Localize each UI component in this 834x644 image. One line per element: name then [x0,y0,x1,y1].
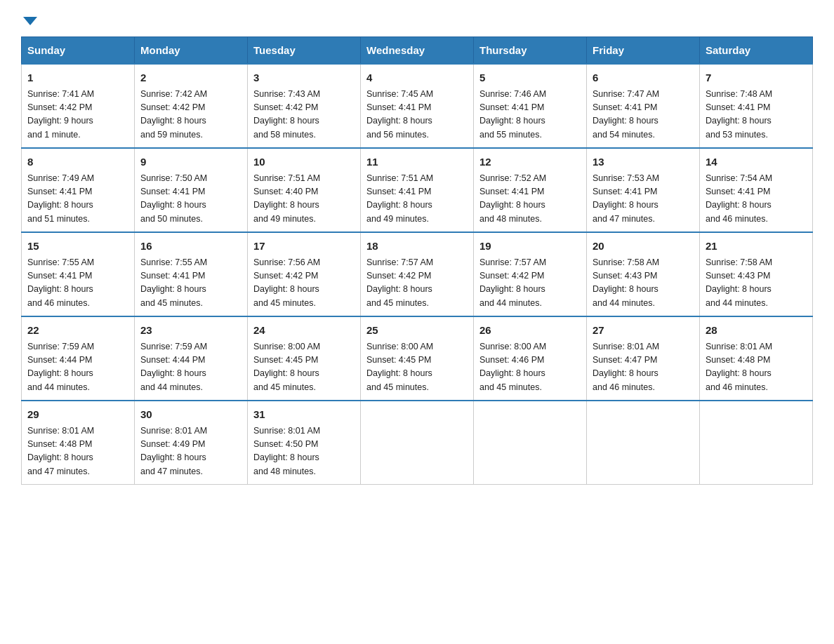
day-number: 9 [140,154,241,170]
day-info: Sunrise: 7:52 AM Sunset: 4:41 PM Dayligh… [479,172,581,227]
calendar-cell: 15Sunrise: 7:55 AM Sunset: 4:41 PM Dayli… [22,232,135,316]
calendar-header-row: SundayMondayTuesdayWednesdayThursdayFrid… [22,37,813,65]
calendar-cell: 6Sunrise: 7:47 AM Sunset: 4:41 PM Daylig… [587,64,700,148]
calendar-cell: 26Sunrise: 8:00 AM Sunset: 4:46 PM Dayli… [474,316,587,401]
day-info: Sunrise: 7:57 AM Sunset: 4:42 PM Dayligh… [479,256,581,311]
calendar-table: SundayMondayTuesdayWednesdayThursdayFrid… [21,36,813,485]
calendar-week-row: 1Sunrise: 7:41 AM Sunset: 4:42 PM Daylig… [22,64,813,148]
calendar-cell: 30Sunrise: 8:01 AM Sunset: 4:49 PM Dayli… [135,401,248,485]
calendar-cell: 23Sunrise: 7:59 AM Sunset: 4:44 PM Dayli… [135,316,248,401]
logo [21,14,37,22]
day-number: 30 [140,407,241,423]
calendar-day-header: Saturday [700,37,813,65]
logo-arrow-icon [23,17,37,25]
day-info: Sunrise: 7:57 AM Sunset: 4:42 PM Dayligh… [366,256,468,311]
calendar-cell: 8Sunrise: 7:49 AM Sunset: 4:41 PM Daylig… [22,148,135,232]
day-number: 12 [479,154,581,170]
day-info: Sunrise: 7:48 AM Sunset: 4:41 PM Dayligh… [706,88,807,142]
day-info: Sunrise: 7:54 AM Sunset: 4:41 PM Dayligh… [706,172,807,227]
day-info: Sunrise: 7:45 AM Sunset: 4:41 PM Dayligh… [366,88,468,142]
day-number: 17 [253,239,355,255]
day-info: Sunrise: 7:55 AM Sunset: 4:41 PM Dayligh… [140,256,241,311]
day-info: Sunrise: 7:51 AM Sunset: 4:41 PM Dayligh… [366,172,468,227]
day-info: Sunrise: 7:50 AM Sunset: 4:41 PM Dayligh… [140,172,241,227]
calendar-cell: 10Sunrise: 7:51 AM Sunset: 4:40 PM Dayli… [248,148,361,232]
day-number: 20 [593,239,694,255]
day-number: 11 [366,154,468,170]
day-number: 5 [479,70,581,86]
calendar-cell: 28Sunrise: 8:01 AM Sunset: 4:48 PM Dayli… [700,316,813,401]
day-number: 6 [593,70,694,86]
day-info: Sunrise: 8:00 AM Sunset: 4:46 PM Dayligh… [479,340,581,395]
calendar-cell [700,401,813,485]
calendar-cell: 24Sunrise: 8:00 AM Sunset: 4:45 PM Dayli… [248,316,361,401]
calendar-cell: 22Sunrise: 7:59 AM Sunset: 4:44 PM Dayli… [22,316,135,401]
day-number: 1 [27,70,128,86]
calendar-day-header: Thursday [474,37,587,65]
calendar-day-header: Sunday [22,37,135,65]
day-info: Sunrise: 7:51 AM Sunset: 4:40 PM Dayligh… [253,172,355,227]
day-number: 23 [140,323,241,339]
day-info: Sunrise: 7:56 AM Sunset: 4:42 PM Dayligh… [253,256,355,311]
calendar-week-row: 22Sunrise: 7:59 AM Sunset: 4:44 PM Dayli… [22,316,813,401]
calendar-day-header: Wednesday [361,37,474,65]
day-number: 18 [366,239,468,255]
day-info: Sunrise: 8:00 AM Sunset: 4:45 PM Dayligh… [253,340,355,395]
day-number: 26 [479,323,581,339]
day-number: 7 [706,70,807,86]
page-header [21,14,813,22]
day-info: Sunrise: 8:01 AM Sunset: 4:49 PM Dayligh… [140,424,241,479]
calendar-cell: 5Sunrise: 7:46 AM Sunset: 4:41 PM Daylig… [474,64,587,148]
day-info: Sunrise: 8:00 AM Sunset: 4:45 PM Dayligh… [366,340,468,395]
day-info: Sunrise: 7:58 AM Sunset: 4:43 PM Dayligh… [706,256,807,311]
calendar-week-row: 29Sunrise: 8:01 AM Sunset: 4:48 PM Dayli… [22,401,813,485]
day-number: 8 [27,154,128,170]
calendar-day-header: Monday [135,37,248,65]
day-number: 19 [479,239,581,255]
day-info: Sunrise: 7:49 AM Sunset: 4:41 PM Dayligh… [27,172,128,227]
day-info: Sunrise: 7:53 AM Sunset: 4:41 PM Dayligh… [593,172,694,227]
day-info: Sunrise: 7:58 AM Sunset: 4:43 PM Dayligh… [593,256,694,311]
calendar-cell: 13Sunrise: 7:53 AM Sunset: 4:41 PM Dayli… [587,148,700,232]
calendar-cell: 2Sunrise: 7:42 AM Sunset: 4:42 PM Daylig… [135,64,248,148]
calendar-cell: 18Sunrise: 7:57 AM Sunset: 4:42 PM Dayli… [361,232,474,316]
day-number: 4 [366,70,468,86]
calendar-cell [474,401,587,485]
calendar-cell: 19Sunrise: 7:57 AM Sunset: 4:42 PM Dayli… [474,232,587,316]
calendar-cell: 25Sunrise: 8:00 AM Sunset: 4:45 PM Dayli… [361,316,474,401]
day-info: Sunrise: 8:01 AM Sunset: 4:50 PM Dayligh… [253,424,355,479]
day-number: 15 [27,239,128,255]
calendar-cell: 7Sunrise: 7:48 AM Sunset: 4:41 PM Daylig… [700,64,813,148]
day-number: 22 [27,323,128,339]
calendar-cell: 12Sunrise: 7:52 AM Sunset: 4:41 PM Dayli… [474,148,587,232]
day-number: 21 [706,239,807,255]
day-number: 25 [366,323,468,339]
day-number: 13 [593,154,694,170]
calendar-week-row: 8Sunrise: 7:49 AM Sunset: 4:41 PM Daylig… [22,148,813,232]
day-info: Sunrise: 7:59 AM Sunset: 4:44 PM Dayligh… [27,340,128,395]
calendar-cell: 14Sunrise: 7:54 AM Sunset: 4:41 PM Dayli… [700,148,813,232]
calendar-cell [587,401,700,485]
day-info: Sunrise: 8:01 AM Sunset: 4:47 PM Dayligh… [593,340,694,395]
calendar-cell: 20Sunrise: 7:58 AM Sunset: 4:43 PM Dayli… [587,232,700,316]
day-number: 16 [140,239,241,255]
calendar-day-header: Friday [587,37,700,65]
calendar-cell: 16Sunrise: 7:55 AM Sunset: 4:41 PM Dayli… [135,232,248,316]
calendar-cell: 31Sunrise: 8:01 AM Sunset: 4:50 PM Dayli… [248,401,361,485]
day-number: 31 [253,407,355,423]
day-info: Sunrise: 7:41 AM Sunset: 4:42 PM Dayligh… [27,88,128,142]
day-info: Sunrise: 7:55 AM Sunset: 4:41 PM Dayligh… [27,256,128,311]
calendar-cell: 9Sunrise: 7:50 AM Sunset: 4:41 PM Daylig… [135,148,248,232]
calendar-day-header: Tuesday [248,37,361,65]
calendar-cell: 21Sunrise: 7:58 AM Sunset: 4:43 PM Dayli… [700,232,813,316]
day-number: 2 [140,70,241,86]
day-info: Sunrise: 7:46 AM Sunset: 4:41 PM Dayligh… [479,88,581,142]
day-number: 29 [27,407,128,423]
calendar-cell: 4Sunrise: 7:45 AM Sunset: 4:41 PM Daylig… [361,64,474,148]
day-info: Sunrise: 7:47 AM Sunset: 4:41 PM Dayligh… [593,88,694,142]
calendar-cell: 17Sunrise: 7:56 AM Sunset: 4:42 PM Dayli… [248,232,361,316]
day-number: 10 [253,154,355,170]
day-number: 14 [706,154,807,170]
calendar-week-row: 15Sunrise: 7:55 AM Sunset: 4:41 PM Dayli… [22,232,813,316]
day-number: 24 [253,323,355,339]
